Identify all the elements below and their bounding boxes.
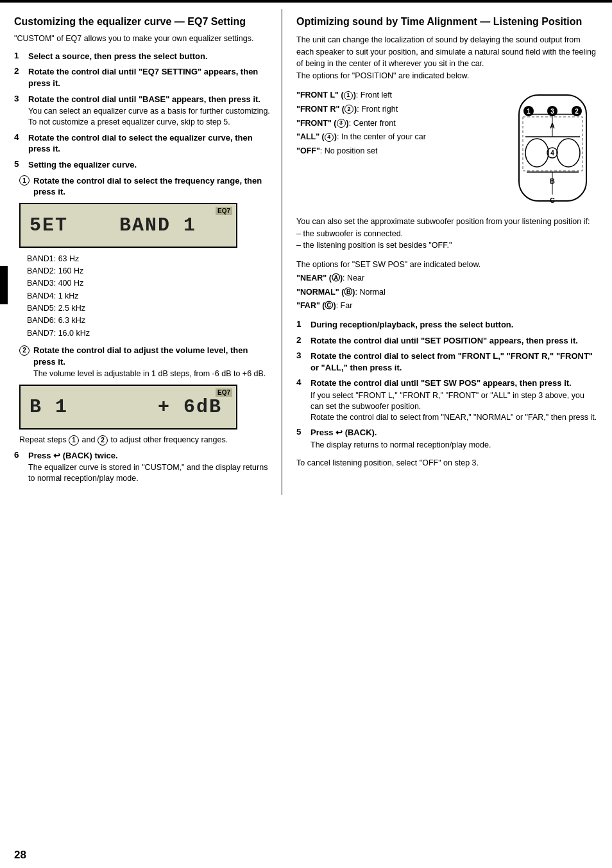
substep-1: 1 Rotate the control dial to select the …: [19, 175, 270, 198]
band-6: BAND6: 6.3 kHz: [27, 315, 270, 327]
lcd-2-text: B 1 + 6dB: [30, 396, 222, 418]
right-step-4-text: Rotate the control dial until "SET SW PO…: [310, 378, 599, 422]
substep-1-num: 1: [19, 175, 33, 186]
right-step-1-text: During reception/playback, press the sel…: [310, 319, 599, 331]
band-5: BAND5: 2.5 kHz: [27, 302, 270, 315]
step-5-num: 5: [14, 159, 26, 169]
svg-text:C: C: [550, 196, 555, 204]
position-options: "FRONT L" (1): Front left "FRONT R" (2):…: [296, 89, 500, 209]
car-diagram-svg: 1 3 2 A 4 B: [506, 89, 599, 207]
right-step-2-num: 2: [296, 335, 308, 345]
svg-text:2: 2: [575, 108, 579, 115]
lcd-2-tag: EQ7: [216, 388, 232, 397]
svg-text:B: B: [550, 177, 555, 185]
right-step-5: 5 Press ↩ (BACK). The display returns to…: [296, 427, 599, 450]
position-with-diagram: "FRONT L" (1): Front left "FRONT R" (2):…: [296, 89, 599, 209]
step-3-num: 3: [14, 94, 26, 103]
right-step-3-text: Rotate the control dial to select from "…: [310, 351, 599, 373]
step-6-text: Press ↩ (BACK) twice. The equalizer curv…: [28, 450, 270, 484]
substep-2-text: Rotate the control dial to adjust the vo…: [33, 345, 270, 379]
right-step-4-num: 4: [296, 378, 308, 387]
step-2-text: Rotate the control dial until "EQ7 SETTI…: [28, 66, 270, 89]
pos-front: "FRONT" (3): Center front: [296, 117, 500, 131]
lcd-display-1: EQ7 5ET BAND 1: [19, 203, 237, 248]
band-7: BAND7: 16.0 kHz: [27, 327, 270, 340]
right-step-1-num: 1: [296, 319, 308, 329]
right-step-3-num: 3: [296, 351, 308, 360]
substep-1-text: Rotate the control dial to select the fr…: [33, 175, 270, 198]
left-intro: "CUSTOM" of EQ7 allows you to make your …: [14, 33, 270, 44]
step-2: 2 Rotate the control dial until "EQ7 SET…: [14, 66, 270, 89]
lcd-display-2: EQ7 B 1 + 6dB: [19, 385, 237, 430]
pos-front-r: "FRONT R" (2): Front right: [296, 103, 500, 117]
step-4-num: 4: [14, 132, 26, 142]
step-2-num: 2: [14, 66, 26, 76]
svg-text:4: 4: [550, 150, 554, 157]
page-number: 28: [0, 845, 612, 868]
step-3: 3 Rotate the control dial until "BASE" a…: [14, 94, 270, 128]
left-section-title: Customizing the equalizer curve — EQ7 Se…: [14, 15, 270, 29]
position-section: The unit can change the localization of …: [296, 34, 599, 82]
right-step-5-num: 5: [296, 427, 308, 437]
substep-2: 2 Rotate the control dial to adjust the …: [19, 345, 270, 379]
right-step-1: 1 During reception/playback, press the s…: [296, 319, 599, 331]
substep-2-num: 2: [19, 345, 33, 356]
band-3: BAND3: 400 Hz: [27, 277, 270, 290]
car-diagram: 1 3 2 A 4 B: [506, 89, 599, 209]
left-steps: 1 Select a source, then press the select…: [14, 51, 270, 171]
right-intro: The unit can change the localization of …: [296, 34, 599, 82]
right-step-3: 3 Rotate the control dial to select from…: [296, 351, 599, 373]
band-4: BAND4: 1 kHz: [27, 290, 270, 302]
step-6-num: 6: [14, 450, 26, 460]
step-3-text: Rotate the control dial until "BASE" app…: [28, 94, 270, 128]
page: Customizing the equalizer curve — EQ7 Se…: [0, 0, 612, 868]
step-4-text: Rotate the control dial to select the eq…: [28, 132, 270, 155]
svg-text:3: 3: [550, 108, 554, 115]
svg-point-6: [525, 139, 548, 167]
right-steps: 1 During reception/playback, press the s…: [296, 319, 599, 451]
step-5: 5 Setting the equalizer curve.: [14, 159, 270, 171]
svg-text:A: A: [550, 122, 555, 130]
pos-all: "ALL" (4): In the center of your car: [296, 130, 500, 144]
lcd-1-tag: EQ7: [216, 207, 232, 215]
right-step-5-sub: The display returns to normal reception/…: [310, 440, 599, 451]
lcd-1-text: 5ET BAND 1: [30, 214, 196, 236]
svg-point-7: [557, 139, 580, 167]
repeat-text: Repeat steps 1 and 2 to adjust other fre…: [19, 435, 270, 446]
right-step-5-text: Press ↩ (BACK). The display returns to n…: [310, 427, 599, 450]
substep-1-circle: 1: [19, 175, 30, 186]
repeat-circle-1: 1: [69, 435, 79, 446]
repeat-circle-2: 2: [98, 435, 108, 446]
substep-2-sub: The volume level is adjustable in 1 dB s…: [33, 369, 270, 379]
black-tab: [0, 266, 8, 304]
subwoofer-intro: You can also set the approximate subwoof…: [296, 216, 599, 252]
step-6: 6 Press ↩ (BACK) twice. The equalizer cu…: [14, 450, 270, 484]
right-section-title: Optimizing sound by Time Alignment — Lis…: [296, 15, 599, 29]
sw-options: The options for "SET SW POS" are indicat…: [296, 258, 599, 313]
step-1: 1 Select a source, then press the select…: [14, 51, 270, 62]
step-5-text: Setting the equalizer curve.: [28, 159, 270, 171]
cancel-note: To cancel listening position, select "OF…: [296, 457, 599, 469]
right-step-4: 4 Rotate the control dial until "SET SW …: [296, 378, 599, 422]
right-step-2: 2 Rotate the control dial until "SET POS…: [296, 335, 599, 347]
band-list: BAND1: 63 Hz BAND2: 160 Hz BAND3: 400 Hz…: [27, 253, 270, 340]
substep-2-circle: 2: [19, 345, 30, 356]
svg-text:1: 1: [527, 108, 531, 115]
band-2: BAND2: 160 Hz: [27, 265, 270, 277]
step-1-num: 1: [14, 51, 26, 60]
pos-front-l: "FRONT L" (1): Front left: [296, 89, 500, 103]
band-1: BAND1: 63 Hz: [27, 253, 270, 265]
right-step-4-sub: If you select "FRONT L," "FRONT R," "FRO…: [310, 390, 599, 423]
pos-off: "OFF": No position set: [296, 144, 500, 159]
right-column: Optimizing sound by Time Alignment — Lis…: [282, 9, 612, 838]
left-column: Customizing the equalizer curve — EQ7 Se…: [0, 9, 282, 495]
step-3-sub: You can select an equalizer curve as a b…: [28, 106, 270, 128]
step-4: 4 Rotate the control dial to select the …: [14, 132, 270, 155]
right-step-2-text: Rotate the control dial until "SET POSIT…: [310, 335, 599, 347]
step-6-sub: The equalizer curve is stored in "CUSTOM…: [28, 462, 270, 484]
step-1-text: Select a source, then press the select b…: [28, 51, 270, 62]
content-area: Customizing the equalizer curve — EQ7 Se…: [0, 3, 612, 845]
